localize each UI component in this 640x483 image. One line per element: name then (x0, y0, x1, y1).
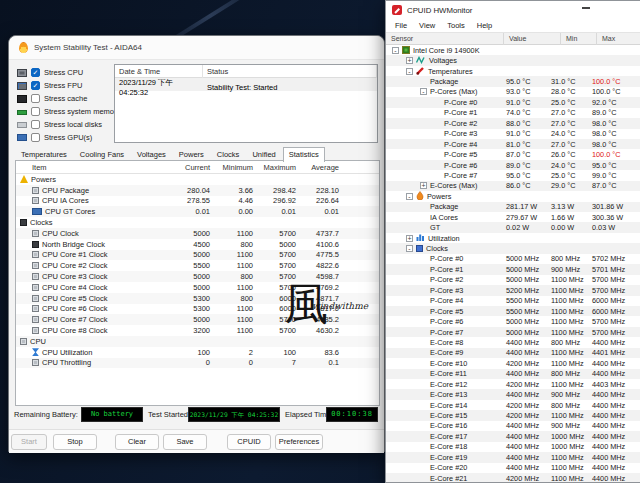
expand-icon[interactable]: + (406, 57, 413, 64)
sensor-row[interactable]: E-Core #94400 MHz1100 MHz4401 MHz (386, 348, 640, 358)
sensor-row[interactable]: Package281.17 W3.13 W301.86 W (386, 202, 640, 212)
sensor-row[interactable]: -P-Cores (Max)93.0 °C28.0 °C100.0 °C (386, 87, 640, 97)
sensor-row[interactable]: P-Core #15000 MHz900 MHz5701 MHz (386, 264, 640, 274)
stat-row[interactable]: CPU Utilization100210083.6 (16, 347, 379, 358)
sensor-row[interactable]: +E-Cores (Max)86.0 °C29.0 °C87.0 °C (386, 181, 640, 191)
stat-row[interactable]: CPU IA Cores278.554.46296.92226.64 (16, 196, 379, 207)
sensor-row[interactable]: -Clocks (386, 243, 640, 253)
stat-row[interactable]: CPU GT Cores0.010.000.010.01 (16, 206, 379, 217)
collapse-icon[interactable]: - (420, 88, 427, 95)
stress-checkbox[interactable] (31, 107, 40, 116)
stats-col-item: Item (16, 163, 166, 172)
sensor-row[interactable]: E-Core #204400 MHz1100 MHz4400 MHz (386, 463, 640, 473)
sensor-row[interactable]: E-Core #164400 MHz900 MHz4400 MHz (386, 421, 640, 431)
stat-item-label: CPU Core #6 Clock (42, 304, 107, 313)
stress-checkbox[interactable] (31, 120, 40, 129)
sensor-name-cell: P-Core #6 (386, 317, 504, 326)
sensor-row[interactable]: +Utilization (386, 233, 640, 243)
sensor-name-cell: GT (386, 223, 504, 232)
sensor-row[interactable]: +Voltages (386, 55, 640, 65)
stress-checkbox[interactable] (31, 68, 40, 77)
collapse-icon[interactable]: - (406, 245, 413, 252)
stress-checkbox[interactable] (31, 94, 40, 103)
sensor-row[interactable]: P-Core #689.0 °C24.0 °C95.0 °C (386, 160, 640, 170)
sensor-row[interactable]: P-Core #55500 MHz1100 MHz6000 MHz (386, 306, 640, 316)
preferences-button[interactable]: Preferences (275, 434, 323, 450)
menu-view[interactable]: View (414, 21, 440, 30)
sensor-row[interactable]: P-Core #05000 MHz800 MHz5702 MHz (386, 254, 640, 264)
sensor-row[interactable]: -Temperatures (386, 66, 640, 76)
collapse-icon[interactable]: - (392, 47, 399, 54)
sensor-row[interactable]: Package95.0 °C31.0 °C100.0 °C (386, 76, 640, 86)
sensor-row[interactable]: E-Core #134400 MHz900 MHz4400 MHz (386, 389, 640, 399)
stat-row[interactable]: CPU Core #5 Clock530080060004871.7 (16, 293, 379, 304)
save-button[interactable]: Save (163, 434, 207, 450)
log-entry-row[interactable]: 2023/11/29 下午 04:25:32 Stability Test: S… (115, 78, 377, 91)
expand-icon[interactable]: + (420, 182, 427, 189)
stress-checkbox[interactable] (31, 133, 40, 142)
sensor-row[interactable]: P-Core #75000 MHz1100 MHz5700 MHz (386, 327, 640, 337)
sensor-row[interactable]: P-Core #45500 MHz1100 MHz6000 MHz (386, 296, 640, 306)
sensor-row[interactable]: E-Core #194400 MHz1100 MHz4400 MHz (386, 452, 640, 462)
tab-statistics[interactable]: Statistics (283, 147, 325, 162)
expand-icon[interactable]: + (406, 235, 413, 242)
stat-row[interactable]: CPU Core #4 Clock5000110057004769.2 (16, 282, 379, 293)
stat-row[interactable]: CPU Core #3 Clock500080057004598.7 (16, 271, 379, 282)
stress-checkbox[interactable] (31, 81, 40, 90)
stat-row[interactable]: CPU (16, 336, 379, 347)
sensor-row[interactable]: E-Core #84400 MHz800 MHz4400 MHz (386, 337, 640, 347)
sensor-row[interactable]: E-Core #184400 MHz1000 MHz4400 MHz (386, 442, 640, 452)
stat-row[interactable]: North Bridge Clock450080050004100.6 (16, 239, 379, 250)
sensor-row[interactable]: P-Core #65000 MHz1100 MHz5700 MHz (386, 316, 640, 326)
sensor-row[interactable]: -Intel Core i9 14900K (386, 45, 640, 55)
collapse-icon[interactable]: - (406, 68, 413, 75)
stat-row[interactable]: CPU Core #7 Clock5000110057004635.2 (16, 314, 379, 325)
minimize-icon[interactable] (582, 7, 590, 9)
sensor-min: 800 MHz (549, 338, 590, 347)
sensor-row[interactable]: P-Core #481.0 °C27.0 °C98.0 °C (386, 139, 640, 149)
sensor-max: 98.0 °C (590, 119, 640, 128)
aida64-titlebar[interactable]: System Stability Test - AIDA64 (9, 36, 384, 60)
sensor-max: 98.0 °C (590, 129, 640, 138)
stat-item-cell: CPU Clock (16, 229, 166, 238)
sensor-row[interactable]: P-Core #391.0 °C24.0 °C98.0 °C (386, 129, 640, 139)
stat-row[interactable]: Clocks (16, 217, 379, 228)
stat-row[interactable]: CPU Core #8 Clock3200110057004630.2 (16, 325, 379, 336)
hwmonitor-titlebar[interactable]: CPUID HWMonitor (386, 1, 640, 19)
sensor-row[interactable]: P-Core #795.0 °C25.0 °C99.0 °C (386, 170, 640, 180)
test-log-list[interactable]: Date & Time Status 2023/11/29 下午 04:25:3… (114, 64, 378, 143)
cpuid-button[interactable]: CPUID (227, 434, 271, 450)
sensor-row[interactable]: GT0.02 W0.00 W0.03 W (386, 222, 640, 232)
menu-tools[interactable]: Tools (442, 21, 470, 30)
sensor-row[interactable]: IA Cores279.67 W1.66 W300.36 W (386, 212, 640, 222)
sensor-row[interactable]: P-Core #35200 MHz1100 MHz5700 MHz (386, 285, 640, 295)
sensor-row[interactable]: P-Core #174.0 °C27.0 °C89.0 °C (386, 108, 640, 118)
menu-help[interactable]: Help (472, 21, 497, 30)
stop-button[interactable]: Stop (53, 434, 97, 450)
stat-row[interactable]: CPU Core #6 Clock5300110060004817.0 (16, 304, 379, 315)
sensor-row[interactable]: P-Core #587.0 °C26.0 °C100.0 °C (386, 149, 640, 159)
sensor-row[interactable]: -Powers (386, 191, 640, 201)
clear-button[interactable]: Clear (115, 434, 159, 450)
stat-row[interactable]: CPU Throttling0070.1 (16, 358, 379, 369)
sensor-row[interactable]: E-Core #124200 MHz1100 MHz4403 MHz (386, 379, 640, 389)
menu-file[interactable]: File (390, 21, 412, 30)
collapse-icon[interactable]: - (406, 193, 413, 200)
sensor-row[interactable]: E-Core #154200 MHz1100 MHz4400 MHz (386, 410, 640, 420)
stat-row[interactable]: CPU Package280.043.66298.42228.10 (16, 185, 379, 196)
sensor-row[interactable]: E-Core #174400 MHz1000 MHz4400 MHz (386, 431, 640, 441)
stat-row[interactable]: CPU Clock5000110057004737.7 (16, 228, 379, 239)
stat-row[interactable]: CPU Core #2 Clock5500110057004822.6 (16, 260, 379, 271)
sensor-row[interactable]: E-Core #104200 MHz1100 MHz4400 MHz (386, 358, 640, 368)
stat-item-cell: CPU Core #7 Clock (16, 315, 166, 324)
sensor-row[interactable]: P-Core #288.0 °C27.0 °C98.0 °C (386, 118, 640, 128)
statistics-table[interactable]: Item Current Minimum Maximum Average Pow… (15, 160, 380, 406)
stat-row[interactable]: CPU Core #1 Clock5000110057004775.5 (16, 250, 379, 261)
sensor-row[interactable]: E-Core #214200 MHz1100 MHz4400 MHz (386, 473, 640, 482)
stat-row[interactable]: Powers (16, 174, 379, 185)
stat-value: 296.92 (253, 196, 296, 205)
sensor-row[interactable]: E-Core #114400 MHz800 MHz4400 MHz (386, 369, 640, 379)
sensor-row[interactable]: P-Core #25000 MHz1100 MHz5700 MHz (386, 275, 640, 285)
sensor-row[interactable]: E-Core #144200 MHz800 MHz4400 MHz (386, 400, 640, 410)
sensor-row[interactable]: P-Core #091.0 °C25.0 °C92.0 °C (386, 97, 640, 107)
